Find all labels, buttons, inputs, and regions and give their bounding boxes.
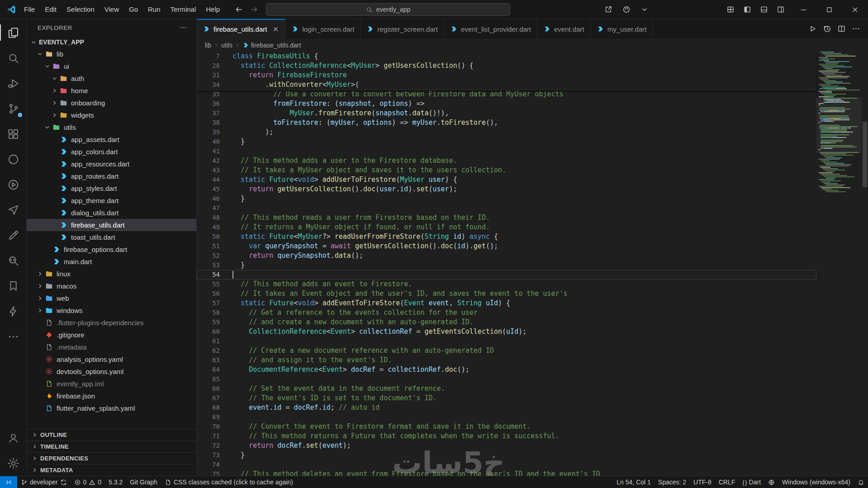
- more-actions-button[interactable]: [849, 22, 863, 36]
- copilot-icon[interactable]: [620, 3, 633, 16]
- section-metadata[interactable]: METADATA: [27, 464, 196, 476]
- breadcrumb-item-firebase-utils-dart[interactable]: firebase_utils.dart: [242, 42, 301, 49]
- section-dependencies[interactable]: DEPENDENCIES: [27, 452, 196, 464]
- menu-go[interactable]: Go: [124, 0, 143, 19]
- tree-item-flutter-plugins-dependencies[interactable]: .flutter-plugins-dependencies: [27, 317, 196, 329]
- tree-item-gitignore[interactable]: .gitignore: [27, 329, 196, 341]
- git-graph-status[interactable]: Git Graph: [126, 476, 161, 488]
- menu-help[interactable]: Help: [201, 0, 225, 19]
- editor-scrollbar[interactable]: [862, 52, 868, 476]
- tab-event-list-provider-dart[interactable]: event_list_provider.dart: [444, 19, 537, 39]
- activity-settings-icon[interactable]: [0, 450, 26, 476]
- activity-run-and-debug-icon[interactable]: [0, 71, 26, 96]
- activity-thunder-client-icon[interactable]: [0, 298, 26, 324]
- language-mode-status[interactable]: { }Dart: [739, 476, 764, 488]
- command-center-search[interactable]: evently_app: [266, 3, 510, 16]
- tree-item-firebase-json[interactable]: firebase.json: [27, 390, 196, 402]
- problems-status[interactable]: 00: [71, 476, 105, 488]
- tree-item-flutter-native-splash-yaml[interactable]: flutter_native_splash.yaml: [27, 402, 196, 414]
- scrollbar-thumb[interactable]: [863, 122, 867, 187]
- tree-item-toast-utils-dart[interactable]: toast_utils.dart: [27, 231, 196, 243]
- breadcrumb-item-lib[interactable]: lib: [205, 42, 211, 49]
- tree-item-evently-app-iml[interactable]: evently_app.iml: [27, 378, 196, 390]
- split-editor-button[interactable]: [835, 22, 848, 36]
- menu-selection[interactable]: Selection: [62, 0, 100, 19]
- tree-root-folder[interactable]: EVENTLY_APP: [27, 36, 196, 48]
- activity-edit-pencil-icon[interactable]: [0, 223, 26, 248]
- tree-item-utils[interactable]: utils: [27, 121, 196, 133]
- new-window-icon[interactable]: [602, 3, 615, 16]
- activity-accounts-icon[interactable]: [0, 425, 26, 450]
- eol-status[interactable]: CRLF: [715, 476, 739, 488]
- tree-item-firebase-utils-dart[interactable]: firebase_utils.dart: [27, 219, 196, 231]
- activity-extensions-icon[interactable]: [0, 121, 26, 147]
- toggle-primary-sidebar-icon[interactable]: [740, 3, 754, 16]
- tree-item-web[interactable]: web: [27, 292, 196, 304]
- tree-item-app-assets-dart[interactable]: app_assets.dart: [27, 133, 196, 146]
- cursor-position-status[interactable]: Ln 54, Col 1: [613, 476, 655, 488]
- breadcrumb-item-utils[interactable]: utils: [221, 42, 232, 49]
- tree-item-onboarding[interactable]: onboarding: [27, 97, 196, 109]
- menu-edit[interactable]: Edit: [40, 0, 62, 19]
- minimap[interactable]: [816, 52, 862, 476]
- tree-item-app-theme-dart[interactable]: app_theme.dart: [27, 194, 196, 207]
- tree-item-lib[interactable]: lib: [27, 48, 196, 60]
- close-button[interactable]: [842, 0, 868, 19]
- platform-status[interactable]: Windows (windows-x64): [778, 476, 854, 488]
- toggle-panel-icon[interactable]: [757, 3, 771, 16]
- tree-item-home[interactable]: home: [27, 85, 196, 97]
- activity-send-plane-icon[interactable]: [0, 197, 26, 223]
- tab-event-dart[interactable]: event.dart: [537, 19, 591, 39]
- tree-item-devtools-options-yaml[interactable]: devtools_options.yaml: [27, 365, 196, 378]
- tree-item-macos[interactable]: macos: [27, 280, 196, 292]
- tree-item-dialog-utils-dart[interactable]: dialog_utils.dart: [27, 207, 196, 219]
- editor-layout-icon[interactable]: [724, 3, 737, 16]
- tree-item-analysis-options-yaml[interactable]: analysis_options.yaml: [27, 353, 196, 365]
- menu-file[interactable]: File: [19, 0, 40, 19]
- maximize-button[interactable]: [816, 0, 842, 19]
- tab-my-user-dart[interactable]: my_user.dart: [591, 19, 653, 39]
- tree-item-main-dart[interactable]: main.dart: [27, 256, 196, 268]
- activity-more-views-icon[interactable]: [0, 324, 26, 349]
- minimize-button[interactable]: [791, 0, 816, 19]
- activity-bookmarks-icon[interactable]: [0, 273, 26, 298]
- tree-item-app-routes-dart[interactable]: app_routes.dart: [27, 170, 196, 182]
- css-cache-status[interactable]: CSS classes cached (click to cache again…: [161, 476, 297, 488]
- run-button[interactable]: [806, 22, 819, 36]
- tree-item-ui[interactable]: ui: [27, 60, 196, 72]
- tab-firebase-utils-dart[interactable]: firebase_utils.dart: [197, 19, 285, 39]
- chevron-down-icon[interactable]: [638, 3, 651, 16]
- tree-item-auth[interactable]: auth: [27, 72, 196, 85]
- menu-terminal[interactable]: Terminal: [166, 0, 201, 19]
- activity-circle-run-icon[interactable]: [0, 172, 26, 197]
- section-timeline[interactable]: TIMELINE: [27, 441, 196, 452]
- tree-item-app-styles-dart[interactable]: app_styles.dart: [27, 182, 196, 194]
- version-status[interactable]: 5.3.2: [105, 476, 126, 488]
- code-editor[interactable]: 35 // Use a converter to convert between…: [197, 52, 868, 476]
- go-back-icon[interactable]: [232, 3, 246, 16]
- activity-explorer-icon[interactable]: [0, 20, 26, 45]
- remote-indicator[interactable]: [0, 476, 17, 488]
- history-button[interactable]: [820, 22, 834, 36]
- tree-item-metadata[interactable]: .metadata: [27, 341, 196, 353]
- activity-github-icon[interactable]: [0, 147, 26, 172]
- tab-register-screen-dart[interactable]: register_screen.dart: [360, 19, 444, 39]
- toggle-secondary-sidebar-icon[interactable]: [774, 3, 787, 16]
- tree-item-app-colors-dart[interactable]: app_colors.dart: [27, 146, 196, 158]
- menu-view[interactable]: View: [100, 0, 124, 19]
- indentation-status[interactable]: Spaces: 2: [655, 476, 690, 488]
- go-forward-icon[interactable]: [247, 3, 261, 16]
- tree-item-windows[interactable]: windows: [27, 304, 196, 317]
- git-branch-status[interactable]: developer: [17, 476, 71, 488]
- remote-globe-status[interactable]: [764, 476, 778, 488]
- tree-item-firebase-options-dart[interactable]: firebase_options.dart: [27, 243, 196, 256]
- activity-search-icon[interactable]: [0, 45, 26, 71]
- tab-login-screen-dart[interactable]: login_screen.dart: [285, 19, 360, 39]
- close-icon[interactable]: [272, 26, 279, 33]
- explorer-more-icon[interactable]: [176, 21, 190, 34]
- notifications-bell[interactable]: [854, 476, 868, 488]
- tree-item-widgets[interactable]: widgets: [27, 109, 196, 121]
- menu-run[interactable]: Run: [143, 0, 166, 19]
- encoding-status[interactable]: UTF-8: [690, 476, 715, 488]
- activity-code-search-icon[interactable]: [0, 248, 26, 273]
